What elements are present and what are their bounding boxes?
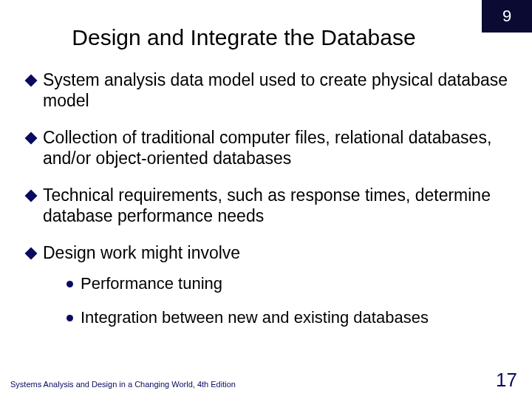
- bullet-item: System analysis data model used to creat…: [27, 69, 514, 111]
- sub-list: Performance tuning Integration between n…: [66, 273, 514, 327]
- page-number: 17: [496, 369, 517, 392]
- bullet-item: Technical requirements, such as response…: [27, 185, 514, 226]
- slide-title: Design and Integrate the Database: [0, 25, 532, 50]
- sub-bullet-text: Performance tuning: [81, 273, 222, 294]
- chapter-number: 9: [502, 7, 511, 26]
- bullet-item: Collection of traditional computer files…: [27, 127, 514, 168]
- footer-text: Systems Analysis and Design in a Changin…: [10, 380, 236, 389]
- slide-content: System analysis data model used to creat…: [27, 69, 514, 341]
- diamond-icon: [25, 75, 38, 87]
- bullet-text: Collection of traditional computer files…: [43, 127, 514, 168]
- diamond-icon: [25, 132, 38, 145]
- bullet-text: System analysis data model used to creat…: [43, 69, 514, 111]
- sub-bullet-item: Performance tuning: [66, 273, 514, 294]
- bullet-text: Design work might involve: [43, 242, 514, 263]
- bullet-text: Technical requirements, such as response…: [43, 185, 514, 226]
- disc-icon: [66, 281, 73, 287]
- sub-bullet-text: Integration between new and existing dat…: [81, 307, 429, 328]
- sub-bullet-item: Integration between new and existing dat…: [66, 307, 514, 328]
- disc-icon: [66, 315, 73, 321]
- diamond-icon: [25, 248, 38, 260]
- diamond-icon: [25, 190, 38, 202]
- bullet-item: Design work might involve: [27, 242, 514, 263]
